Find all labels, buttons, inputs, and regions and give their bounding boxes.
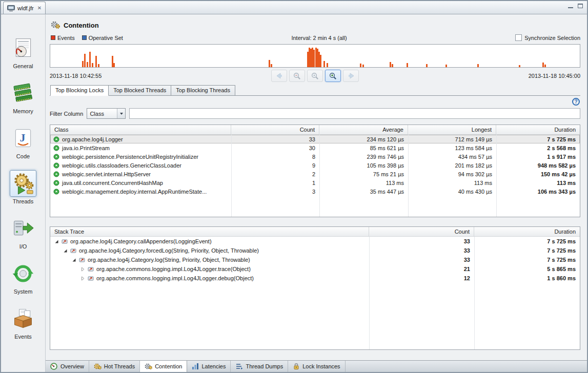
forward-arrow-button[interactable] xyxy=(343,70,359,82)
locks-table-row[interactable]: weblogic.management.deploy.internal.AppR… xyxy=(50,187,580,196)
average-cell: 234 ms 120 µs xyxy=(319,136,408,142)
filter-column-label: Filter Column xyxy=(50,111,83,117)
editor-tab-wldf-jfr[interactable]: wldf.jfr ✕ xyxy=(3,2,46,14)
locks-table-row[interactable]: java.util.concurrent.ConcurrentHashMap11… xyxy=(50,178,580,187)
tab-top-blocking-threads[interactable]: Top Blocking Threads xyxy=(171,85,235,96)
column-header-duration[interactable]: Duration xyxy=(496,125,580,134)
back-arrow-button[interactable] xyxy=(271,70,287,82)
column-header-longest[interactable]: Longest xyxy=(408,125,496,134)
sidebar-item-label: Code xyxy=(16,153,30,159)
timeline-chart[interactable] xyxy=(50,44,580,68)
synchronize-selection-label: Synchronize Selection xyxy=(524,35,580,41)
interval-label: Interval: 2 min 4 s (all) xyxy=(123,35,515,41)
zoom-out-button[interactable] xyxy=(289,70,305,82)
event-bar xyxy=(92,63,93,67)
event-bar xyxy=(113,63,115,67)
locks-table-row[interactable]: weblogic.servlet.internal.HttpServer275 … xyxy=(50,170,580,178)
filter-text-input[interactable] xyxy=(129,108,580,119)
svg-text:J: J xyxy=(20,131,26,144)
bottom-tab-thread-dumps[interactable]: Thread Dumps xyxy=(231,361,288,372)
stack-frame-cell: org.apache.commons.logging.impl.Log4JLog… xyxy=(50,266,369,272)
bottom-tab-overview[interactable]: Overview xyxy=(46,361,89,372)
tab-top-blocking-locks[interactable]: Top Blocking Locks xyxy=(50,85,109,96)
column-header-stack-trace[interactable]: Stack Trace xyxy=(50,227,369,236)
column-header-duration[interactable]: Duration xyxy=(474,227,580,236)
class-name: weblogic.servlet.internal.HttpServer xyxy=(62,171,151,177)
legend-item-events: Events xyxy=(51,35,75,41)
column-header-class[interactable]: Class xyxy=(50,125,231,134)
sidebar-item-code[interactable]: JCode xyxy=(10,125,36,159)
longest-cell: 712 ms 149 µs xyxy=(408,136,496,142)
locks-table-row[interactable]: weblogic.persistence.PersistenceUnitRegi… xyxy=(50,152,580,161)
stack-frame-cell: org.apache.log4j.Category.log(String, Pr… xyxy=(50,257,369,263)
event-bar xyxy=(84,54,86,67)
stack-trace-row[interactable]: org.apache.commons.logging.impl.Log4JLog… xyxy=(50,264,580,274)
zoom-in-button[interactable] xyxy=(325,70,341,82)
count-cell: 30 xyxy=(231,145,319,151)
stack-frame-icon xyxy=(88,266,94,272)
bottom-tab-hot-threads[interactable]: Hot Threads xyxy=(89,361,140,372)
event-bar xyxy=(407,63,408,67)
stack-frame-text: org.apache.commons.logging.impl.Log4JLog… xyxy=(96,266,251,272)
threads-icon xyxy=(11,172,35,195)
stack-trace-row[interactable]: org.apache.log4j.Category.forcedLog(Stri… xyxy=(50,246,580,255)
stack-frame-cell: org.apache.commons.logging.impl.Log4JLog… xyxy=(50,275,369,281)
tree-collapsed-icon[interactable] xyxy=(80,276,85,281)
tab-top-blocked-threads[interactable]: Top Blocked Threads xyxy=(109,85,171,96)
duration-cell: 150 ms 42 µs xyxy=(496,171,580,177)
locks-table-row[interactable]: org.apache.log4j.Logger33234 ms 120 µs71… xyxy=(50,135,580,143)
sidebar-item-events[interactable]: Events xyxy=(10,305,36,340)
sidebar-item-system[interactable]: System xyxy=(10,260,36,295)
synchronize-selection-checkbox[interactable] xyxy=(515,34,522,41)
tree-expanded-icon[interactable] xyxy=(54,239,59,244)
bottom-tab-latencies[interactable]: Latencies xyxy=(187,361,231,372)
hot-threads-icon xyxy=(94,363,102,370)
help-icon[interactable]: ? xyxy=(572,98,580,106)
timeline-nav xyxy=(163,70,468,82)
count-cell: 33 xyxy=(369,247,474,254)
minimize-icon[interactable] xyxy=(568,4,573,8)
contention-page: Contention EventsOperative Set Interval:… xyxy=(46,14,587,372)
contention-icon xyxy=(145,363,152,370)
system-icon xyxy=(12,262,34,285)
close-tab-icon[interactable]: ✕ xyxy=(37,5,42,11)
filter-column-dropdown[interactable]: Class xyxy=(87,108,126,119)
sidebar-item-threads[interactable]: Threads xyxy=(10,170,36,204)
sidebar-item-general[interactable]: General xyxy=(10,35,36,69)
class-cell: weblogic.utils.classloaders.GenericClass… xyxy=(50,162,231,169)
stack-trace-row[interactable]: org.apache.log4j.Category.log(String, Pr… xyxy=(50,255,580,264)
memory-icon xyxy=(12,82,34,105)
tab-label: Top Blocking Threads xyxy=(176,87,230,93)
chart-legend: EventsOperative Set xyxy=(51,35,123,41)
locks-table-body: org.apache.log4j.Logger33234 ms 120 µs71… xyxy=(50,135,580,196)
bottom-tab-contention[interactable]: Contention xyxy=(140,361,187,372)
column-header-average[interactable]: Average xyxy=(319,125,408,134)
column-header-count[interactable]: Count xyxy=(369,227,474,236)
duration-cell: 7 s 725 ms xyxy=(474,238,580,244)
tree-expanded-icon[interactable] xyxy=(72,258,76,262)
tree-expanded-icon[interactable] xyxy=(63,248,68,253)
bottom-tab-lock-instances[interactable]: Lock Instances xyxy=(288,361,345,372)
sidebar-item-memory[interactable]: Memory xyxy=(10,80,36,114)
event-bar xyxy=(544,65,546,67)
column-header-count[interactable]: Count xyxy=(231,125,319,134)
locks-table-row[interactable]: weblogic.utils.classloaders.GenericClass… xyxy=(50,161,580,170)
synchronize-selection[interactable]: Synchronize Selection xyxy=(515,34,580,41)
event-bar xyxy=(445,65,447,67)
stack-trace-row[interactable]: org.apache.log4j.Category.callAppenders(… xyxy=(50,237,580,246)
stack-frame-icon xyxy=(70,247,76,254)
timeline-start-label: 2013-11-18 10:42:55 xyxy=(50,73,163,79)
locks-table-row[interactable]: java.io.PrintStream3085 ms 621 µs123 ms … xyxy=(50,143,580,152)
longest-cell: 113 ms xyxy=(408,180,496,186)
tree-collapsed-icon[interactable] xyxy=(80,267,85,272)
zoom-selection-icon xyxy=(311,72,319,80)
duration-cell: 7 s 725 ms xyxy=(474,247,580,254)
count-cell: 9 xyxy=(231,162,319,169)
sidebar-item-i-o[interactable]: I/O xyxy=(10,215,36,250)
sidebar-item-label: General xyxy=(13,63,33,69)
zoom-selection-button[interactable] xyxy=(307,70,323,82)
maximize-icon[interactable] xyxy=(578,4,583,8)
stack-trace-row[interactable]: org.apache.commons.logging.impl.Log4JLog… xyxy=(50,274,580,283)
class-name: org.apache.log4j.Logger xyxy=(62,136,123,142)
dropdown-button[interactable] xyxy=(117,109,125,118)
